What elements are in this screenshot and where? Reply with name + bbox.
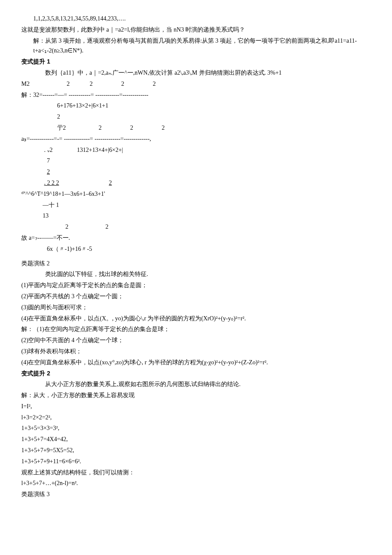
conjecture-formula: l+3+5+7+…+(2n-l)=n². xyxy=(21,478,371,488)
circle-prop-3: (3)圆的周长与面积可求； xyxy=(21,302,371,313)
calc-14b: 2 xyxy=(106,224,109,230)
calc-10b: 2 xyxy=(109,180,112,186)
eq-2: l+3=2×2=2², xyxy=(21,413,371,423)
sphere-prop-3: (3)球有外表积与体积； xyxy=(21,346,371,357)
eq-6: 1+3+5+7+9+11=6×6=6². xyxy=(21,456,371,467)
calc-row-15: 故 a=₇--——=不一. xyxy=(21,233,371,243)
calc-7b: 1312+13×4+|6×2+| xyxy=(77,147,123,153)
calc-9-val: 2 xyxy=(47,169,50,175)
conjecture-intro: 观察上述算式的结构特征，我们可以猜测： xyxy=(21,468,371,478)
calc-row-5: 亍2 2 2 2 xyxy=(21,123,371,133)
calc-row-4: 2 xyxy=(21,112,371,122)
fibonacci-question: 这就是斐波那契数列，此数列中 a｜=a2=l,你能归纳出，当 nN3 时演的递推… xyxy=(21,25,371,35)
circle-prop-4: (4)在平面直角坐标系中，以点(X。, yo)为圆心\,r 为半径的圆的方程为(… xyxy=(21,314,371,324)
calc-7a: . ᵥ2 xyxy=(44,147,53,153)
calc-row-13: 13 xyxy=(21,211,371,221)
calc-row-16: 6x（〃-1)+16〃-5 xyxy=(21,244,371,254)
calc-row-11: ᵈꞌ^^6^T^19^18+1—3x6+1–6x3+1' xyxy=(21,189,371,199)
calc-row-8: 7 xyxy=(21,156,371,166)
calc-row-6: a₃=------------=-= -------------= ------… xyxy=(21,134,371,144)
heading-variant-2: 变式提升 2 xyxy=(21,369,371,379)
sphere-prop-1: 解：（1)在空间内与定点距离等于定长的点的集合是球； xyxy=(21,324,371,334)
calc-m2: M2 xyxy=(21,81,29,87)
calc-5a: 亍2 xyxy=(57,125,66,131)
fibonacci-sequence: 1,1,2,3,5,8,13,21,34,55,89,144,233,…. xyxy=(21,14,371,24)
eq-3: 1+3+5=3×3=3², xyxy=(21,423,371,433)
fibonacci-solution: 解：从第 3 项开始，逐项观察分析每项与其前面几项的关系易得:从第 3 项起，它… xyxy=(21,36,371,56)
calc-row-10: . 2 2 2 2 xyxy=(21,178,371,188)
sequence-problem: 数列｛a11｝中，a｜=2,aₙ.广一^一,nWN,依次计算 a2\,a3\,M… xyxy=(21,68,371,78)
calc-row-9: 2 xyxy=(21,167,371,177)
circle-prop-2: (2)平面内不共线的 3 个点确定一个圆； xyxy=(21,291,371,302)
calc-2c: 2 xyxy=(121,81,124,87)
calc-2d: 2 xyxy=(153,81,156,87)
sphere-prop-4: (4)在空间直角坐标系中，以点(xo,y°,zo)为球心, r 为半径的球的方程… xyxy=(21,357,371,368)
eq-1: I=I², xyxy=(21,401,371,412)
eq-4: 1+3+5+7=4X4=42, xyxy=(21,434,371,445)
heading-variant-1: 变式提升 1 xyxy=(21,57,371,67)
eq-5: 1+3+5+7+9=5X5=52, xyxy=(21,445,371,456)
squares-solution-intro: 解：从大，小正方形的数量关系上容易发现 xyxy=(21,390,371,401)
calc-10a: . 2 2 2 xyxy=(44,180,59,186)
calc-5d: 2 xyxy=(162,125,165,131)
calc-row-14: 2 2 xyxy=(21,222,371,232)
calc-5b: 2 xyxy=(99,125,102,131)
calc-5c: 2 xyxy=(130,125,133,131)
squares-intro: 从大小正方形的数量关系上,观察如右图所示的几何图形,试归纳得出的结论. xyxy=(21,379,371,389)
calc-row-1: M2 2 2 2 2 xyxy=(21,79,371,89)
calc-row-2: 解：32=------=—= -----------= ------------… xyxy=(21,90,371,100)
sphere-prop-2: (2)空间中不共面的 4 个点确定一个球； xyxy=(21,335,371,346)
calc-row-7: . ᵥ2 1312+13×4+|6×2+| xyxy=(21,145,371,155)
calc-row-3: 6+176+13×2+|6×1+1 xyxy=(21,101,371,111)
calc-2a: 2 xyxy=(66,81,69,87)
heading-exercise-3: 类题演练 3 xyxy=(21,489,371,500)
calc-row-12: —十 1 xyxy=(21,200,371,210)
heading-exercise-2: 类题演练 2 xyxy=(21,259,371,269)
calc-14a: 2 xyxy=(66,224,69,230)
circle-prop-1: (1)平面内与定点距离等于定长的点的集合是圆； xyxy=(21,280,371,291)
calc-2b: 2 xyxy=(89,81,92,87)
circle-sphere-intro: 类比圆的以下特征，找出球的相关特征. xyxy=(21,269,371,279)
